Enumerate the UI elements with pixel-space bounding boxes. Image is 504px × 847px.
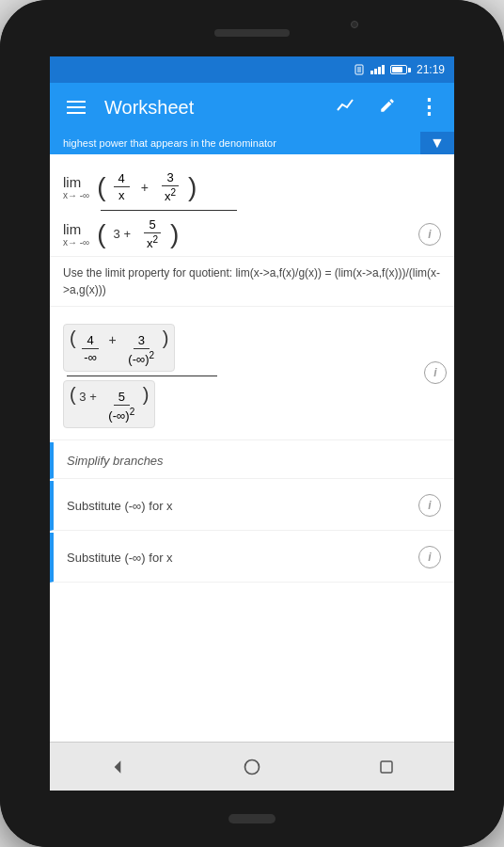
frac-5inf2: 5 (-∞)2 [103,389,139,424]
math-section-eval: ( 4 -∞ + 3 (-∞)2 ) [50,307,454,441]
close-paren-2: ) [170,221,179,248]
eval-denom-paren: ( 3 + 5 (-∞)2 ) [63,380,155,428]
frac-3x2: 3 x2 [160,169,181,204]
open-paren-3: ( [70,328,76,348]
bottom-bezel [0,791,504,847]
phone-frame: 21:19 Worksheet ⋮ [0,0,504,847]
property-text-content: Use the limit property for quotient: lim… [63,266,440,296]
close-paren-3: ) [163,328,169,348]
menu-icon[interactable] [63,97,89,118]
home-physical-button [228,814,276,823]
fraction-divider [101,210,237,211]
info-button-1[interactable]: i [418,223,441,246]
substitute-row-2: Substitute (-∞) for x i [50,533,454,583]
scroll-indicator[interactable]: ▼ [420,132,454,154]
battery-icon [390,65,411,74]
frac-3inf2: 3 (-∞)2 [123,332,159,367]
open-paren-4: ( [70,384,76,405]
expr-3: 3 + [114,227,131,241]
camera [351,21,358,28]
content-area: highest power that appears in the denomi… [50,132,454,742]
frac-4inf: 4 -∞ [79,332,102,365]
close-paren-1: ) [188,174,197,200]
lim-word-2: lim [63,221,81,237]
edit-icon[interactable] [375,93,400,122]
info-button-2[interactable]: i [424,361,447,384]
back-button[interactable] [103,753,132,781]
lim-word-1: lim [63,174,81,190]
open-paren-1: ( [97,174,105,200]
eval-num-paren: ( 4 -∞ + 3 (-∞)2 ) [63,324,175,372]
lim-numerator-row: lim x→ -∞ ( 4 x + 3 x2 ) [63,169,441,204]
chart-icon[interactable] [332,93,360,122]
svg-point-3 [244,759,259,774]
simplify-section: Simplify branches [50,442,454,479]
scroll-hint-text: highest power that appears in the denomi… [63,137,276,149]
math-section-1: lim x→ -∞ ( 4 x + 3 x2 ) [50,154,454,257]
scroll-hint-bar: highest power that appears in the denomi… [50,132,454,154]
signal-icon [370,65,385,74]
svg-rect-4 [381,761,392,773]
nav-bar [50,742,454,791]
scroll-down-icon: ▼ [430,135,445,152]
status-time: 21:19 [417,63,445,76]
screen-rotation-icon [354,64,365,75]
substitute-text-1: Substitute (-∞) for x [67,499,173,513]
property-text-section: Use the limit property for quotient: lim… [50,257,454,307]
eval-frac-line [67,376,217,376]
app-bar: Worksheet ⋮ [50,83,454,132]
recent-button[interactable] [372,753,401,781]
svg-marker-2 [114,760,120,773]
plus-2: + [109,332,117,347]
speaker [214,29,290,37]
home-button[interactable] [238,753,266,781]
status-bar: 21:19 [50,56,454,83]
open-paren-2: ( [97,221,105,248]
expr-3b: 3 + [79,390,96,404]
simplify-text: Simplify branches [67,454,164,468]
lim-label-1: lim x→ -∞ [63,174,89,200]
substitute-row-1: Substitute (-∞) for x i [50,481,454,531]
eval-numerator: ( 4 -∞ + 3 (-∞)2 ) [63,324,441,372]
frac-5x2-denom: 5 x2 [142,216,163,251]
app-title: Worksheet [104,97,317,119]
substitute-text-2: Substitute (-∞) for x [67,551,173,565]
lim-label-2: lim x→ -∞ [63,221,89,248]
top-bezel [0,0,504,56]
screen: 21:19 Worksheet ⋮ [50,56,454,791]
frac-4x: 4 x [114,170,130,203]
plus-1: + [141,180,149,195]
info-button-3[interactable]: i [418,494,441,517]
close-paren-4: ) [143,384,150,405]
more-options-icon[interactable]: ⋮ [415,91,441,123]
lim-arrow-1: x→ -∞ [63,190,89,200]
eval-denominator: ( 3 + 5 (-∞)2 ) [63,380,441,428]
svg-rect-1 [357,67,361,72]
info-button-4[interactable]: i [418,546,441,568]
lim-denominator-row: lim x→ -∞ ( 3 + 5 x2 ) i [63,216,441,251]
lim-arrow-2: x→ -∞ [63,237,89,248]
